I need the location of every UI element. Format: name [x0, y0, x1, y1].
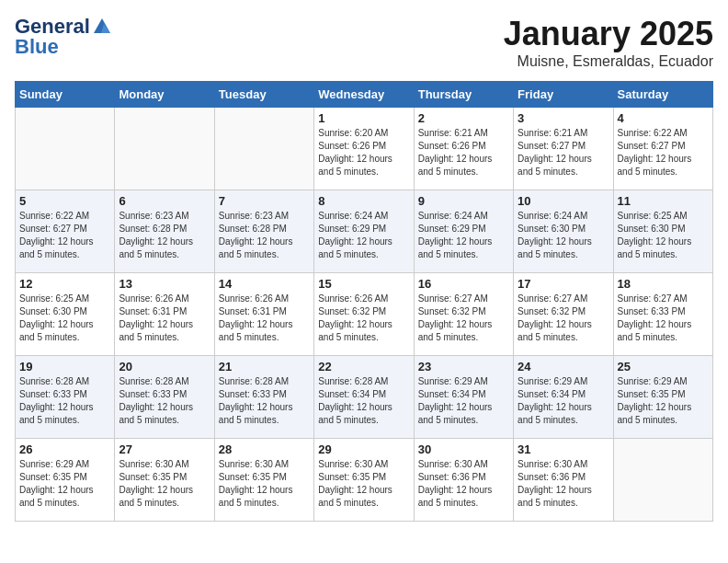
day-info: Sunrise: 6:29 AMSunset: 6:34 PMDaylight:… — [518, 375, 609, 427]
day-info: Sunrise: 6:25 AMSunset: 6:30 PMDaylight:… — [19, 293, 110, 344]
weekday-header: Thursday — [414, 82, 513, 108]
day-info: Sunrise: 6:29 AMSunset: 6:35 PMDaylight:… — [19, 458, 110, 510]
day-number: 30 — [418, 442, 509, 456]
day-number: 13 — [119, 277, 210, 291]
calendar-cell: 19Sunrise: 6:28 AMSunset: 6:33 PMDayligh… — [16, 356, 115, 439]
calendar-cell: 17Sunrise: 6:27 AMSunset: 6:32 PMDayligh… — [514, 273, 613, 356]
day-info: Sunrise: 6:22 AMSunset: 6:27 PMDaylight:… — [19, 210, 110, 261]
day-info: Sunrise: 6:21 AMSunset: 6:27 PMDaylight:… — [518, 127, 609, 178]
day-number: 4 — [618, 111, 709, 125]
calendar-cell: 27Sunrise: 6:30 AMSunset: 6:35 PMDayligh… — [115, 439, 214, 522]
weekday-header: Friday — [514, 82, 613, 108]
day-number: 23 — [418, 360, 509, 373]
calendar-cell: 21Sunrise: 6:28 AMSunset: 6:33 PMDayligh… — [214, 356, 313, 439]
day-number: 12 — [19, 277, 110, 291]
calendar-cell: 10Sunrise: 6:24 AMSunset: 6:30 PMDayligh… — [514, 190, 613, 273]
day-number: 20 — [119, 360, 210, 373]
day-info: Sunrise: 6:23 AMSunset: 6:28 PMDaylight:… — [119, 210, 210, 261]
calendar-cell: 6Sunrise: 6:23 AMSunset: 6:28 PMDaylight… — [115, 190, 214, 273]
day-info: Sunrise: 6:24 AMSunset: 6:29 PMDaylight:… — [318, 210, 409, 261]
day-number: 3 — [518, 111, 609, 125]
calendar-cell: 29Sunrise: 6:30 AMSunset: 6:35 PMDayligh… — [314, 439, 414, 522]
calendar-cell: 23Sunrise: 6:29 AMSunset: 6:34 PMDayligh… — [414, 356, 513, 439]
calendar-cell: 26Sunrise: 6:29 AMSunset: 6:35 PMDayligh… — [16, 439, 115, 522]
day-info: Sunrise: 6:24 AMSunset: 6:30 PMDaylight:… — [518, 210, 609, 261]
day-info: Sunrise: 6:26 AMSunset: 6:31 PMDaylight:… — [119, 293, 210, 344]
day-info: Sunrise: 6:28 AMSunset: 6:33 PMDaylight:… — [19, 375, 110, 427]
calendar-cell: 16Sunrise: 6:27 AMSunset: 6:32 PMDayligh… — [414, 273, 513, 356]
day-info: Sunrise: 6:30 AMSunset: 6:36 PMDaylight:… — [518, 458, 609, 510]
calendar-cell: 1Sunrise: 6:20 AMSunset: 6:26 PMDaylight… — [314, 108, 414, 190]
day-number: 27 — [119, 442, 210, 456]
day-info: Sunrise: 6:21 AMSunset: 6:26 PMDaylight:… — [418, 127, 509, 178]
calendar-cell: 8Sunrise: 6:24 AMSunset: 6:29 PMDaylight… — [314, 190, 414, 273]
calendar-cell: 28Sunrise: 6:30 AMSunset: 6:35 PMDayligh… — [214, 439, 313, 522]
day-number: 26 — [19, 442, 110, 456]
day-number: 2 — [418, 111, 509, 125]
month-title: January 2025 — [504, 15, 713, 53]
day-number: 19 — [19, 360, 110, 373]
calendar-cell — [115, 108, 214, 190]
day-number: 25 — [618, 360, 709, 373]
calendar-cell: 9Sunrise: 6:24 AMSunset: 6:29 PMDaylight… — [414, 190, 513, 273]
calendar-cell: 5Sunrise: 6:22 AMSunset: 6:27 PMDaylight… — [16, 190, 115, 273]
day-info: Sunrise: 6:29 AMSunset: 6:35 PMDaylight:… — [618, 375, 709, 427]
day-info: Sunrise: 6:28 AMSunset: 6:33 PMDaylight:… — [219, 375, 310, 427]
day-info: Sunrise: 6:29 AMSunset: 6:34 PMDaylight:… — [418, 375, 509, 427]
day-info: Sunrise: 6:30 AMSunset: 6:35 PMDaylight:… — [318, 458, 409, 510]
logo: General Blue — [15, 15, 112, 59]
calendar-cell: 15Sunrise: 6:26 AMSunset: 6:32 PMDayligh… — [314, 273, 414, 356]
day-info: Sunrise: 6:20 AMSunset: 6:26 PMDaylight:… — [318, 127, 409, 178]
calendar-cell: 13Sunrise: 6:26 AMSunset: 6:31 PMDayligh… — [115, 273, 214, 356]
calendar-cell: 4Sunrise: 6:22 AMSunset: 6:27 PMDaylight… — [613, 108, 712, 190]
day-number: 11 — [618, 194, 709, 208]
calendar-cell: 3Sunrise: 6:21 AMSunset: 6:27 PMDaylight… — [514, 108, 613, 190]
day-number: 1 — [318, 111, 409, 125]
calendar-cell — [214, 108, 313, 190]
calendar-cell: 22Sunrise: 6:28 AMSunset: 6:34 PMDayligh… — [314, 356, 414, 439]
calendar-cell: 7Sunrise: 6:23 AMSunset: 6:28 PMDaylight… — [214, 190, 313, 273]
title-block: January 2025 Muisne, Esmeraldas, Ecuador — [504, 15, 713, 70]
day-number: 16 — [418, 277, 509, 291]
location-subtitle: Muisne, Esmeraldas, Ecuador — [504, 53, 713, 70]
day-info: Sunrise: 6:27 AMSunset: 6:33 PMDaylight:… — [618, 293, 709, 344]
day-number: 17 — [518, 277, 609, 291]
calendar-cell: 24Sunrise: 6:29 AMSunset: 6:34 PMDayligh… — [514, 356, 613, 439]
day-number: 18 — [618, 277, 709, 291]
calendar-cell: 2Sunrise: 6:21 AMSunset: 6:26 PMDaylight… — [414, 108, 513, 190]
day-number: 5 — [19, 194, 110, 208]
weekday-header: Sunday — [16, 82, 115, 108]
calendar-cell: 31Sunrise: 6:30 AMSunset: 6:36 PMDayligh… — [514, 439, 613, 522]
day-info: Sunrise: 6:28 AMSunset: 6:33 PMDaylight:… — [119, 375, 210, 427]
day-number: 6 — [119, 194, 210, 208]
calendar-table: SundayMondayTuesdayWednesdayThursdayFrid… — [15, 81, 713, 522]
day-number: 14 — [219, 277, 310, 291]
logo-icon — [92, 17, 112, 37]
logo-blue: Blue — [15, 35, 59, 59]
day-info: Sunrise: 6:30 AMSunset: 6:35 PMDaylight:… — [219, 458, 310, 510]
day-number: 31 — [518, 442, 609, 456]
day-info: Sunrise: 6:22 AMSunset: 6:27 PMDaylight:… — [618, 127, 709, 178]
calendar-cell: 18Sunrise: 6:27 AMSunset: 6:33 PMDayligh… — [613, 273, 712, 356]
day-info: Sunrise: 6:25 AMSunset: 6:30 PMDaylight:… — [618, 210, 709, 261]
calendar-cell — [613, 439, 712, 522]
calendar-cell: 12Sunrise: 6:25 AMSunset: 6:30 PMDayligh… — [16, 273, 115, 356]
day-number: 24 — [518, 360, 609, 373]
day-number: 15 — [318, 277, 409, 291]
weekday-header: Tuesday — [214, 82, 313, 108]
day-info: Sunrise: 6:27 AMSunset: 6:32 PMDaylight:… — [418, 293, 509, 344]
calendar-cell — [16, 108, 115, 190]
calendar-cell: 11Sunrise: 6:25 AMSunset: 6:30 PMDayligh… — [613, 190, 712, 273]
day-number: 8 — [318, 194, 409, 208]
day-info: Sunrise: 6:23 AMSunset: 6:28 PMDaylight:… — [219, 210, 310, 261]
day-info: Sunrise: 6:27 AMSunset: 6:32 PMDaylight:… — [518, 293, 609, 344]
day-info: Sunrise: 6:26 AMSunset: 6:32 PMDaylight:… — [318, 293, 409, 344]
weekday-header: Wednesday — [314, 82, 414, 108]
weekday-header: Monday — [115, 82, 214, 108]
day-info: Sunrise: 6:30 AMSunset: 6:36 PMDaylight:… — [418, 458, 509, 510]
calendar-cell: 25Sunrise: 6:29 AMSunset: 6:35 PMDayligh… — [613, 356, 712, 439]
day-info: Sunrise: 6:28 AMSunset: 6:34 PMDaylight:… — [318, 375, 409, 427]
day-number: 9 — [418, 194, 509, 208]
day-info: Sunrise: 6:30 AMSunset: 6:35 PMDaylight:… — [119, 458, 210, 510]
calendar-cell: 14Sunrise: 6:26 AMSunset: 6:31 PMDayligh… — [214, 273, 313, 356]
